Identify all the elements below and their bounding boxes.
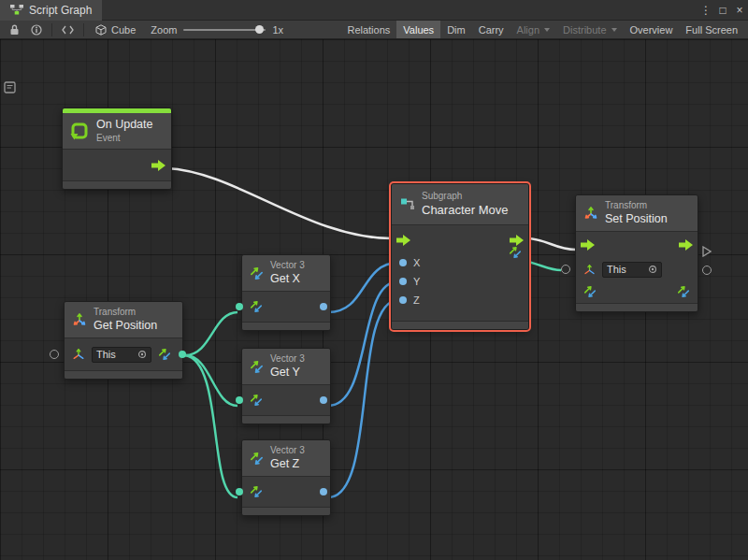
flow-in-port[interactable]	[50, 350, 59, 359]
port-row	[242, 292, 330, 322]
node-footer	[576, 303, 698, 311]
carry-button[interactable]: Carry	[472, 21, 511, 38]
node-get-x[interactable]: Vector 3 Get X	[241, 254, 331, 331]
tab-title: Script Graph	[29, 4, 92, 17]
graph-toolbar: Cube Zoom 1x Relations Values Dim Carry …	[0, 21, 748, 39]
toolbar-separator	[51, 23, 52, 36]
vector-row	[576, 280, 698, 303]
node-category: Vector 3	[270, 445, 305, 457]
window-menu-button[interactable]: ⋮	[698, 4, 714, 17]
vector3-port-icon[interactable]	[250, 485, 263, 498]
subgraph-icon	[400, 196, 415, 211]
vector3-out-port-icon[interactable]	[677, 285, 690, 298]
node-header: On Update Event	[63, 113, 171, 150]
value-in-port[interactable]	[236, 488, 243, 495]
vector3-port-icon[interactable]	[250, 394, 263, 407]
port-row	[63, 150, 171, 180]
edge-getz-to-z	[328, 300, 398, 497]
zoom-slider[interactable]	[183, 29, 266, 31]
vector3-port-icon[interactable]	[158, 348, 171, 361]
dropdown-caret-icon	[544, 28, 550, 32]
transform-port-icon[interactable]	[583, 264, 596, 276]
value-in-port[interactable]	[399, 296, 407, 304]
port-row	[242, 385, 330, 415]
window-tab-bar: Script Graph ⋮ □ ×	[0, 0, 748, 21]
graph-target[interactable]: Cube	[88, 24, 143, 36]
vector3-out-port-icon[interactable]	[509, 246, 522, 259]
inspect-button[interactable]	[25, 21, 48, 38]
blackboard-toggle[interactable]	[4, 80, 16, 97]
edge-getx-to-x	[328, 263, 398, 312]
target-dropdown[interactable]: This	[602, 262, 662, 278]
value-in-port[interactable]	[236, 303, 243, 310]
node-footer	[242, 322, 330, 330]
relations-button[interactable]: Relations	[340, 21, 396, 38]
node-get-z[interactable]: Vector 3 Get Z	[241, 439, 331, 516]
info-icon	[31, 24, 42, 36]
tab-script-graph[interactable]: Script Graph	[0, 0, 102, 21]
node-title: Character Move	[422, 203, 508, 218]
flow-out-port-icon[interactable]	[151, 160, 165, 171]
node-title: Get Z	[270, 457, 305, 472]
value-in-port[interactable]	[561, 265, 570, 274]
node-category: Transform	[94, 307, 157, 319]
object-picker-icon[interactable]	[137, 350, 147, 359]
vector3-port-icon[interactable]	[583, 285, 597, 298]
values-button[interactable]: Values	[396, 21, 440, 38]
code-icon	[62, 25, 74, 35]
edge-getposition-to-gety	[185, 355, 237, 406]
toolbar-separator	[83, 23, 84, 36]
dim-button[interactable]: Dim	[440, 21, 472, 38]
transform-port-icon[interactable]	[72, 348, 85, 361]
node-get-y[interactable]: Vector 3 Get Y	[241, 348, 331, 424]
distribute-button[interactable]: Distribute	[556, 21, 623, 38]
node-character-move[interactable]: Subgraph Character Move X Y Z	[391, 183, 529, 330]
flow-in-port-icon[interactable]	[581, 239, 595, 251]
value-out-port[interactable]	[320, 488, 327, 495]
graph-canvas[interactable]: On Update Event Transform Get Position T…	[0, 39, 748, 560]
zoom-slider-knob[interactable]	[255, 25, 264, 34]
vector3-icon	[250, 266, 264, 280]
node-header: Vector 3 Get Z	[242, 440, 330, 477]
carried-value-port[interactable]	[702, 266, 712, 275]
vector3-icon	[250, 452, 264, 466]
flow-out-port-icon[interactable]	[510, 235, 524, 246]
flow-out-port-icon[interactable]	[679, 239, 693, 251]
value-in-port[interactable]	[399, 259, 407, 266]
on-update-icon	[70, 122, 90, 141]
align-button[interactable]: Align	[511, 21, 556, 38]
target-label: Cube	[111, 24, 136, 36]
value-in-port[interactable]	[236, 396, 243, 404]
port-label: Y	[413, 276, 420, 287]
zoom-value: 1x	[272, 24, 283, 36]
transform-icon	[583, 206, 598, 221]
object-picker-icon[interactable]	[648, 265, 657, 274]
window-close-button[interactable]: ×	[731, 4, 748, 17]
full-screen-button[interactable]: Full Screen	[679, 21, 744, 38]
edge-getposition-to-getz	[185, 355, 237, 497]
carried-flow-port[interactable]	[702, 244, 712, 261]
value-out-port[interactable]	[320, 303, 327, 310]
node-category: Transform	[605, 200, 668, 212]
node-title: Get Y	[270, 366, 305, 381]
flow-in-port-icon[interactable]	[396, 235, 410, 246]
value-out-port[interactable]	[179, 351, 186, 358]
window-maximize-button[interactable]: □	[714, 4, 731, 17]
vector3-port-icon[interactable]	[250, 300, 263, 313]
value-in-port[interactable]	[399, 278, 407, 285]
node-get-position[interactable]: Transform Get Position This	[64, 301, 183, 380]
node-header: Vector 3 Get X	[242, 255, 330, 292]
node-set-position[interactable]: Transform Set Position This	[575, 194, 698, 312]
value-out-port[interactable]	[320, 396, 327, 404]
node-category: Event	[96, 133, 152, 145]
zoom-label: Zoom	[151, 24, 177, 36]
target-dropdown[interactable]: This	[92, 347, 151, 363]
lock-button[interactable]	[4, 21, 25, 38]
overview-button[interactable]: Overview	[624, 21, 680, 38]
edit-source-button[interactable]	[56, 21, 79, 38]
node-header: Transform Set Position	[576, 195, 698, 232]
lock-icon	[9, 24, 20, 36]
cube-icon	[95, 24, 107, 36]
node-footer	[392, 321, 528, 329]
node-on-update[interactable]: On Update Event	[62, 108, 172, 190]
